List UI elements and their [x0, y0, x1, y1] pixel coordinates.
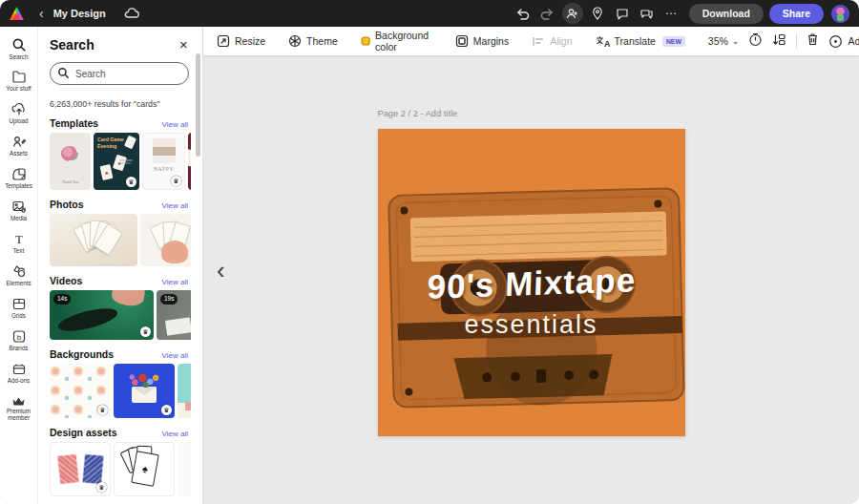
back-icon[interactable]: ‹ [39, 7, 44, 20]
view-all-design-assets-link[interactable]: View all [162, 430, 188, 438]
tool-label: Translate [615, 35, 656, 47]
sidebar-label: Media [10, 215, 27, 221]
view-all-backgrounds-link[interactable]: View all [162, 351, 188, 360]
card-shape-ace-of-spades: ♠ [131, 451, 159, 487]
sidebar-item-search[interactable]: Search [0, 32, 38, 65]
hand-graphic [161, 241, 188, 263]
sidebar-item-assets[interactable]: Assets [0, 130, 38, 162]
section-title-photos: Photos [50, 199, 84, 210]
asset-thumb-royal-flush[interactable]: ♠ [114, 442, 175, 496]
photo-thumb-hand-holding-cards[interactable] [140, 214, 191, 266]
background-thumb-rainbow-pattern[interactable]: ♛ [50, 364, 111, 418]
sidebar: Search Your stuff Upload Assets Template… [0, 27, 38, 504]
video-thumb-laptop[interactable]: 19s [157, 290, 191, 340]
backgrounds-row: ♛ ♛ [50, 364, 191, 418]
card-back-blue [82, 453, 105, 485]
template-thumb-happy-card[interactable]: HAPPY ♛ [142, 133, 185, 190]
background-thumb-flower-envelope[interactable]: ♛ [114, 364, 175, 418]
view-all-videos-link[interactable]: View all [162, 278, 188, 286]
sidebar-item-add-ons[interactable]: Add-ons [0, 357, 38, 389]
sidebar-item-premium-member[interactable]: Premium member [0, 389, 38, 428]
toolbar-divider [796, 33, 797, 49]
document-title[interactable]: My Design [53, 8, 106, 19]
flower-graphic [61, 146, 78, 161]
elements-icon [11, 264, 27, 279]
sidebar-item-media[interactable]: Media [0, 195, 38, 227]
adobe-express-logo-icon[interactable] [10, 7, 24, 20]
panel-scrollbar[interactable] [196, 29, 200, 500]
translate-button[interactable]: A Translate NEW [596, 35, 685, 48]
background-color-button[interactable]: Background color [361, 30, 432, 52]
section-title-design-assets: Design assets [50, 427, 117, 438]
premium-crown-badge: ♛ [126, 177, 136, 187]
tool-label: Background color [375, 30, 432, 52]
view-all-photos-link[interactable]: View all [162, 201, 188, 210]
zoom-level-dropdown[interactable]: 35% ⌄ [708, 35, 740, 47]
resize-button[interactable]: Resize [217, 34, 265, 48]
sidebar-item-elements[interactable]: Elements [0, 260, 38, 292]
redo-icon[interactable] [537, 3, 558, 24]
photo-thumb-fanned-cards[interactable] [50, 214, 137, 266]
search-input[interactable] [50, 62, 189, 85]
tool-label: Align [550, 35, 572, 47]
delete-page-button[interactable] [807, 32, 819, 50]
thumb-text: HAPPY [143, 166, 184, 172]
design-canvas[interactable]: 90's Mixtape essentials [378, 129, 685, 436]
video-thumb-card-shuffle[interactable]: 14s ♛ [50, 290, 154, 340]
sidebar-item-brands[interactable]: b Brands [0, 325, 38, 357]
scrollbar-thumb[interactable] [196, 53, 200, 157]
template-thumb-card-game-evening[interactable]: Card Game Evening ♣ ♣ ♛ [94, 133, 139, 190]
sidebar-item-upload[interactable]: Upload [0, 97, 38, 130]
page-title-label[interactable]: Page 2 / 2 - Add title [378, 109, 685, 122]
premium-crown-badge: ♛ [140, 326, 151, 337]
location-pin-icon[interactable] [587, 3, 608, 24]
more-options-icon[interactable]: ⋯ [665, 7, 678, 20]
comment-icon[interactable] [612, 3, 633, 24]
download-button[interactable]: Download [689, 4, 764, 24]
sidebar-label: Elements [6, 280, 31, 286]
arrange-pages-button[interactable] [772, 32, 786, 51]
flowers-graphic [129, 373, 159, 388]
results-count: 6,263,000+ results for "cards" [50, 99, 188, 109]
chat-feedback-icon[interactable] [637, 3, 658, 24]
svg-text:b: b [16, 333, 21, 342]
close-icon[interactable]: ✕ [179, 39, 188, 52]
template-thumb-thank-you-card[interactable]: Thank You [50, 133, 91, 190]
previous-page-chevron-icon[interactable]: ‹ [217, 258, 225, 283]
card-shape: ♣ [100, 164, 114, 180]
user-avatar[interactable] [831, 5, 849, 23]
sidebar-label: Premium member [0, 408, 38, 421]
theme-button[interactable]: Theme [288, 34, 338, 48]
sidebar-item-templates[interactable]: Templates [0, 162, 38, 195]
template-thumb-dark-red[interactable] [188, 133, 191, 190]
card-shape [188, 149, 191, 167]
svg-text:A: A [604, 39, 610, 48]
asset-thumb-hand[interactable] [178, 442, 191, 496]
videos-row: 14s ♛ 19s [50, 290, 191, 340]
templates-row: Thank You Card Game Evening ♣ ♣ ♛ HAPPY … [50, 133, 191, 190]
brands-icon: b [11, 329, 27, 344]
sidebar-item-text[interactable]: T Text [0, 227, 38, 260]
app-window: ‹ My Design ⋯ Download Share [0, 0, 859, 504]
canvas-subtitle-text[interactable]: essentials [378, 310, 685, 340]
asset-thumb-card-backs[interactable]: ♛ [50, 442, 111, 496]
canvas-workspace: ‹ Page 2 / 2 - Add title [203, 55, 859, 504]
add-collaborator-icon[interactable] [562, 3, 583, 24]
sidebar-item-grids[interactable]: Grids [0, 292, 38, 325]
background-thumb-winter-scene[interactable] [178, 364, 191, 418]
upload-cloud-icon [11, 102, 27, 116]
section-title-backgrounds: Backgrounds [50, 348, 114, 360]
timer-button[interactable] [748, 32, 763, 51]
sidebar-item-your-stuff[interactable]: Your stuff [0, 65, 38, 97]
share-button[interactable]: Share [769, 4, 824, 24]
card-back-red [56, 453, 79, 485]
cloud-sync-icon[interactable] [121, 3, 142, 24]
undo-icon[interactable] [513, 3, 534, 24]
view-all-templates-link[interactable]: View all [162, 120, 188, 129]
chevron-down-icon: ⌄ [732, 36, 740, 46]
sidebar-label: Templates [5, 182, 32, 189]
sidebar-label: Assets [10, 150, 28, 157]
search-icon [57, 67, 70, 79]
add-page-button[interactable]: Add [828, 34, 859, 49]
margins-button[interactable]: Margins [455, 34, 509, 48]
